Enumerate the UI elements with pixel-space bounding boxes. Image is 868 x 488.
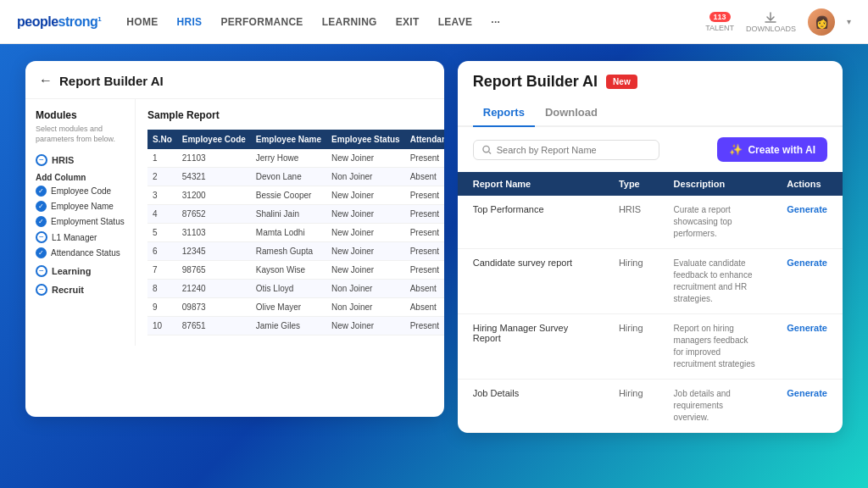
nav-learning[interactable]: LEARNING — [322, 16, 377, 28]
table-row: 254321Devon LaneNon JoinerAbsent — [147, 168, 444, 186]
modules-desc: Select modules and parameters from below… — [36, 125, 125, 144]
logo[interactable]: peoplestrong1 — [17, 14, 101, 30]
download-icon — [764, 11, 777, 25]
top-navigation: peoplestrong1 HOME HRIS PERFORMANCE LEAR… — [0, 0, 868, 44]
report-description-cell: Report on hiring managers feedback for i… — [659, 314, 772, 380]
right-panel-tabs: Reports Download — [458, 101, 843, 127]
nav-hris[interactable]: HRIS — [177, 16, 203, 28]
list-item: Top PerformanceHRISCurate a report showc… — [458, 196, 843, 249]
column-l1-manager[interactable]: L1 Manager — [36, 231, 125, 243]
sample-report-area: Sample Report S.No Employee Code Employe… — [136, 99, 444, 346]
svg-line-1 — [489, 152, 491, 153]
module-hris-label: HRIS — [52, 155, 74, 165]
generate-button[interactable]: Generate — [787, 388, 827, 398]
table-cell: New Joiner — [326, 261, 405, 280]
check-icon — [36, 201, 47, 212]
talent-badge[interactable]: 113 TALENT — [705, 12, 734, 32]
tab-reports[interactable]: Reports — [473, 101, 535, 127]
table-cell: Bessie Cooper — [251, 186, 326, 205]
table-row: 531103Mamta LodhiNew JoinerPresent — [147, 224, 444, 242]
table-row: 612345Ramesh GuptaNew JoinerPresent — [147, 242, 444, 261]
right-panel-title: Report Builder AI — [473, 73, 598, 91]
table-cell: 4 — [147, 205, 177, 224]
table-cell: 1 — [147, 149, 177, 168]
new-badge: New — [606, 75, 637, 89]
nav-home[interactable]: HOME — [126, 16, 158, 28]
back-arrow-icon[interactable]: ← — [39, 73, 53, 88]
column-employment-status-label: Employment Status — [51, 217, 125, 226]
table-cell: Otis Lloyd — [251, 280, 326, 298]
search-box[interactable] — [473, 140, 659, 160]
table-row: 909873Olive MayerNon JoinerAbsent — [147, 298, 444, 317]
col-emp-status: Employee Status — [326, 130, 405, 149]
generate-button[interactable]: Generate — [787, 323, 827, 333]
report-name-cell: Candidate survey report — [458, 249, 604, 314]
table-cell: New Joiner — [326, 317, 405, 336]
nav-more[interactable]: ··· — [491, 16, 500, 28]
downloads-button[interactable]: DOWNLOADS — [746, 11, 796, 33]
avatar[interactable]: 👩 — [808, 8, 835, 36]
nav-exit[interactable]: EXIT — [396, 16, 420, 28]
table-cell: 31200 — [177, 186, 251, 205]
generate-button[interactable]: Generate — [787, 204, 827, 214]
column-attendance-status[interactable]: Attendance Status — [36, 247, 125, 258]
col-att-status: Attendance Status — [405, 130, 444, 149]
column-attendance-status-label: Attendance Status — [51, 248, 120, 258]
col-emp-name: Employee Name — [251, 130, 326, 149]
table-cell: New Joiner — [326, 224, 405, 242]
table-cell: 98765 — [177, 261, 251, 280]
table-cell: 21240 — [177, 280, 251, 298]
column-employee-code[interactable]: Employee Code — [36, 186, 125, 197]
report-action-cell: Generate — [771, 314, 843, 380]
module-learning-label: Learning — [52, 266, 91, 276]
report-name-cell: Hiring Manager Survey Report — [458, 314, 604, 380]
report-description-cell: Curate a report showcasing top performer… — [659, 196, 772, 249]
main-content: ← Report Builder AI Modules Select modul… — [0, 44, 868, 488]
report-type-cell: Hiring — [604, 249, 659, 314]
table-cell: 9 — [147, 298, 177, 317]
nav-leave[interactable]: LEAVE — [438, 16, 473, 28]
table-cell: 2 — [147, 168, 177, 186]
check-icon — [36, 216, 47, 227]
search-input[interactable] — [497, 145, 650, 155]
talent-label: TALENT — [705, 24, 734, 32]
module-learning[interactable]: Learning — [36, 265, 125, 277]
right-panel-header: Report Builder AI New — [458, 61, 843, 91]
create-with-ai-button[interactable]: ✨ Create with AI — [717, 137, 827, 162]
module-hris[interactable]: HRIS — [36, 154, 125, 166]
left-panel-body: Modules Select modules and parameters fr… — [25, 99, 444, 346]
table-cell: Present — [405, 261, 444, 280]
reports-table: Report Name Type Description Actions Top… — [458, 172, 843, 433]
column-employment-status[interactable]: Employment Status — [36, 216, 125, 227]
table-cell: Present — [405, 317, 444, 336]
report-action-cell: Generate — [771, 380, 843, 433]
table-cell: 09873 — [177, 298, 251, 317]
check-icon — [36, 186, 47, 197]
nav-performance[interactable]: PERFORMANCE — [220, 16, 303, 28]
right-panel-toolbar: ✨ Create with AI — [458, 127, 843, 172]
report-type-cell: Hiring — [604, 380, 659, 433]
table-cell: Mamta Lodhi — [251, 224, 326, 242]
table-cell: Absent — [405, 168, 444, 186]
report-type-cell: HRIS — [604, 196, 659, 249]
table-cell: Present — [405, 149, 444, 168]
table-cell: 6 — [147, 242, 177, 261]
table-cell: Non Joiner — [326, 168, 405, 186]
generate-button[interactable]: Generate — [787, 258, 827, 268]
module-recruit[interactable]: Recruit — [36, 284, 125, 296]
table-cell: 12345 — [177, 242, 251, 261]
svg-point-0 — [483, 146, 489, 152]
col-report-type: Type — [604, 172, 659, 196]
table-cell: Devon Lane — [251, 168, 326, 186]
table-cell: Kayson Wise — [251, 261, 326, 280]
table-cell: Non Joiner — [326, 280, 405, 298]
create-ai-label: Create with AI — [748, 144, 815, 156]
add-column-label: Add Column — [36, 173, 125, 182]
chevron-down-icon[interactable]: ▾ — [847, 17, 851, 26]
module-recruit-label: Recruit — [52, 285, 84, 295]
modules-title: Modules — [36, 109, 125, 121]
minus-icon — [36, 231, 47, 243]
tab-download[interactable]: Download — [535, 101, 608, 127]
report-action-cell: Generate — [771, 249, 843, 314]
column-employee-name[interactable]: Employee Name — [36, 201, 125, 212]
